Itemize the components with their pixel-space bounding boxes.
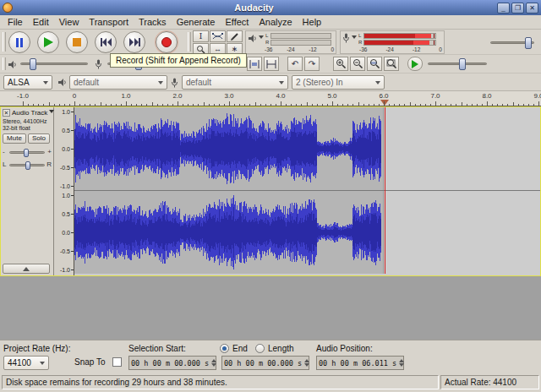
vertical-ruler-label: -1.0 <box>60 266 70 274</box>
menu-effect[interactable]: Effect <box>221 16 254 28</box>
device-toolbar: ALSA default default 2 (Stereo) In <box>0 74 541 91</box>
end-radio[interactable] <box>220 344 229 353</box>
record-button[interactable] <box>156 31 178 53</box>
track-area[interactable]: ✕ Audio Track Stereo, 44100Hz 32-bit flo… <box>0 106 541 340</box>
timeline-tick <box>69 104 70 106</box>
playback-speed-slider[interactable] <box>428 63 487 65</box>
timeline-tick <box>101 102 101 106</box>
timeline-tick <box>276 104 276 106</box>
project-rate-combo[interactable]: 44100 <box>3 356 49 370</box>
redo-button[interactable]: ↷ <box>304 57 320 71</box>
close-button[interactable]: ✕ <box>526 3 538 14</box>
playback-meter[interactable]: L R -36-24-120 <box>245 30 336 54</box>
timeline-tick <box>141 104 142 106</box>
timeline-tick <box>332 101 333 106</box>
waveform-channel-left[interactable] <box>74 107 540 190</box>
audio-track[interactable]: ✕ Audio Track Stereo, 44100Hz 32-bit flo… <box>0 106 541 276</box>
playback-meter-bar-left <box>270 33 331 39</box>
audio-position-field[interactable]: 00 h 00 m 06.011 s <box>316 356 404 370</box>
recorded-region[interactable] <box>74 191 384 274</box>
input-device-value: default <box>186 78 276 87</box>
toolbar-grip[interactable] <box>188 32 191 52</box>
track-title[interactable]: Audio Track <box>12 109 54 117</box>
spinner-icon[interactable] <box>211 357 216 369</box>
meter-scale-label: -12 <box>413 46 420 52</box>
gain-slider-thumb[interactable] <box>24 149 29 157</box>
spinner-icon[interactable] <box>304 357 309 369</box>
menu-edit[interactable]: Edit <box>28 16 54 28</box>
selection-start-field[interactable]: 00 h 00 m 00.000 s <box>128 356 216 370</box>
undo-button[interactable]: ↶ <box>287 57 303 71</box>
track-collapse-button[interactable] <box>3 264 50 274</box>
snap-to-checkbox[interactable] <box>112 357 122 367</box>
fit-selection-button[interactable] <box>367 57 382 71</box>
silence-selection-button[interactable] <box>264 57 279 71</box>
play-icon <box>44 37 53 47</box>
toolbar-grip[interactable] <box>3 57 6 70</box>
output-volume-slider[interactable] <box>20 63 88 65</box>
mute-button[interactable]: Mute <box>3 133 26 144</box>
title-bar[interactable]: Audacity _ ❐ ✕ <box>0 0 541 15</box>
vertical-ruler[interactable]: 1.00.50.0-0.5-1.0 1.00.50.0-0.5-1.0 <box>54 107 74 275</box>
waveform-left <box>74 109 381 188</box>
minimize-button[interactable]: _ <box>497 3 510 14</box>
vertical-ruler-tick <box>71 167 74 168</box>
fit-project-button[interactable] <box>384 57 399 71</box>
zoom-in-button[interactable] <box>333 57 348 71</box>
track-close-button[interactable]: ✕ <box>3 109 10 117</box>
timeline-tick <box>492 104 493 106</box>
meter-dropdown-icon[interactable] <box>259 35 264 41</box>
audio-host-combo[interactable]: ALSA <box>3 75 52 90</box>
envelope-tool-button[interactable] <box>210 30 226 42</box>
solo-button[interactable]: Solo <box>28 133 50 144</box>
meter-dropdown-icon[interactable] <box>352 35 357 41</box>
timeline-tick <box>198 104 199 106</box>
pan-slider[interactable]: L R <box>3 160 52 171</box>
pause-button[interactable] <box>8 31 30 53</box>
menu-file[interactable]: File <box>3 16 28 28</box>
trim-outside-button[interactable] <box>247 57 262 71</box>
timeline-tick <box>301 104 302 106</box>
slider-thumb[interactable] <box>525 37 532 49</box>
menu-view[interactable]: View <box>54 16 85 28</box>
play-at-speed-button[interactable] <box>407 57 423 71</box>
input-volume-slider[interactable] <box>490 41 534 44</box>
input-device-combo[interactable]: default <box>182 75 288 90</box>
spinner-icon[interactable] <box>399 357 404 369</box>
draw-tool-button[interactable] <box>227 30 243 42</box>
pan-slider-groove <box>9 164 45 166</box>
menu-help[interactable]: Help <box>298 16 327 28</box>
gain-slider[interactable]: - + <box>3 147 52 158</box>
menu-tracks[interactable]: Tracks <box>134 16 172 28</box>
selection-tool-button[interactable]: I <box>193 30 209 42</box>
vertical-ruler-left-channel: 1.00.50.0-0.5-1.0 <box>54 107 74 190</box>
play-button[interactable] <box>37 31 59 53</box>
slider-thumb[interactable] <box>30 58 36 70</box>
maximize-button[interactable]: ❐ <box>511 3 524 14</box>
toolbar-grip[interactable] <box>3 32 6 52</box>
skip-to-start-button[interactable] <box>95 31 117 53</box>
skip-to-start-icon <box>101 38 112 46</box>
menu-analyze[interactable]: Analyze <box>254 16 297 28</box>
pan-slider-thumb[interactable] <box>25 161 30 170</box>
stop-button[interactable] <box>66 31 88 53</box>
selection-end-field[interactable]: 00 h 00 m 00.000 s <box>221 356 309 370</box>
menu-transport[interactable]: Transport <box>84 16 134 28</box>
timeline-tick <box>157 104 158 106</box>
recording-meter[interactable]: L R -36-24-120 <box>340 30 445 54</box>
menu-generate[interactable]: Generate <box>172 16 221 28</box>
waveform-channel-right[interactable] <box>74 191 540 274</box>
slider-thumb[interactable] <box>459 58 466 70</box>
zoom-out-button[interactable] <box>350 57 365 71</box>
timeline-label: 4.0 <box>276 92 285 100</box>
timeline-tick <box>404 104 405 106</box>
length-radio[interactable] <box>255 344 265 353</box>
output-device-combo[interactable]: default <box>69 75 167 90</box>
vertical-ruler-label: -1.0 <box>60 182 70 190</box>
timeline-tick <box>342 104 343 106</box>
skip-to-end-button[interactable] <box>123 31 145 53</box>
input-channels-combo[interactable]: 2 (Stereo) In <box>292 75 385 90</box>
track-waveform-area[interactable] <box>74 107 540 275</box>
timeline-ruler[interactable]: -1.001.02.03.04.05.06.07.08.09.0 <box>0 91 541 106</box>
recorded-region[interactable] <box>74 107 384 190</box>
